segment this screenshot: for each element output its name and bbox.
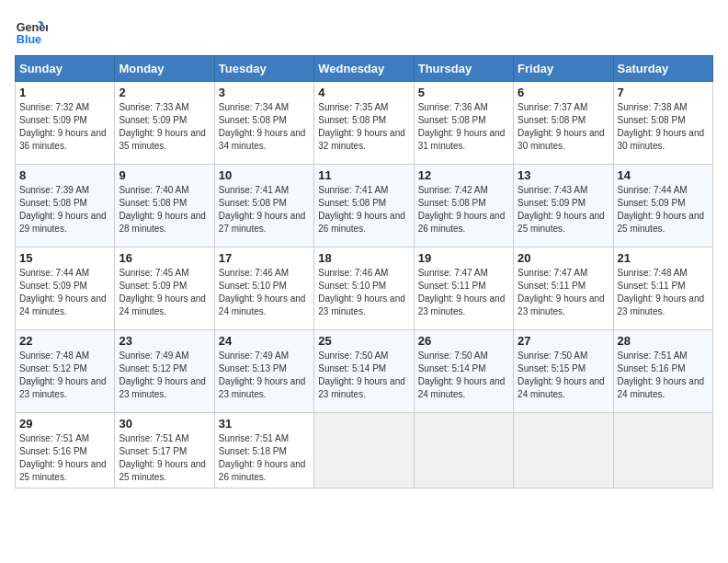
day-number: 24 [219,334,310,348]
day-number: 1 [19,86,110,99]
day-number: 23 [119,334,210,348]
calendar-cell: 1 Sunrise: 7:32 AMSunset: 5:09 PMDayligh… [16,82,115,165]
day-number: 8 [19,168,110,182]
calendar-cell: 17 Sunrise: 7:46 AMSunset: 5:10 PMDaylig… [214,247,313,330]
day-number: 17 [219,251,310,265]
day-info: Sunrise: 7:51 AMSunset: 5:18 PMDaylight:… [219,432,310,484]
day-info: Sunrise: 7:45 AMSunset: 5:09 PMDaylight:… [119,267,210,318]
day-number: 30 [119,417,210,431]
logo-icon: General Blue [15,15,48,48]
day-info: Sunrise: 7:33 AMSunset: 5:09 PMDaylight:… [119,101,210,153]
day-number: 29 [19,417,110,431]
day-number: 20 [518,251,609,265]
day-info: Sunrise: 7:46 AMSunset: 5:10 PMDaylight:… [219,267,310,318]
calendar-cell: 22 Sunrise: 7:48 AMSunset: 5:12 PMDaylig… [16,330,115,413]
day-of-week-header: Thursday [414,56,513,82]
day-info: Sunrise: 7:48 AMSunset: 5:12 PMDaylight:… [19,350,110,401]
calendar-cell: 8 Sunrise: 7:39 AMSunset: 5:08 PMDayligh… [16,165,115,247]
day-number: 21 [618,251,709,265]
day-of-week-header: Sunday [16,56,115,82]
day-number: 13 [518,168,609,182]
logo: General Blue [15,15,48,48]
day-number: 27 [518,334,609,348]
day-number: 5 [418,86,509,99]
day-number: 25 [318,334,409,348]
day-info: Sunrise: 7:36 AMSunset: 5:08 PMDaylight:… [418,101,509,153]
day-info: Sunrise: 7:39 AMSunset: 5:08 PMDaylight:… [19,184,110,236]
day-info: Sunrise: 7:48 AMSunset: 5:11 PMDaylight:… [618,267,709,318]
day-info: Sunrise: 7:50 AMSunset: 5:15 PMDaylight:… [518,350,609,401]
calendar-cell: 31 Sunrise: 7:51 AMSunset: 5:18 PMDaylig… [214,413,313,488]
day-info: Sunrise: 7:42 AMSunset: 5:08 PMDaylight:… [418,184,509,236]
day-number: 9 [119,168,210,182]
day-number: 18 [318,251,409,265]
calendar-cell: 15 Sunrise: 7:44 AMSunset: 5:09 PMDaylig… [16,247,115,330]
calendar-cell: 28 Sunrise: 7:51 AMSunset: 5:16 PMDaylig… [613,330,712,413]
calendar-cell: 11 Sunrise: 7:41 AMSunset: 5:08 PMDaylig… [314,165,414,247]
calendar-cell: 27 Sunrise: 7:50 AMSunset: 5:15 PMDaylig… [514,330,613,413]
calendar-week-row: 29 Sunrise: 7:51 AMSunset: 5:16 PMDaylig… [16,413,713,488]
calendar-cell: 21 Sunrise: 7:48 AMSunset: 5:11 PMDaylig… [613,247,712,330]
day-number: 3 [219,86,310,99]
calendar-week-row: 15 Sunrise: 7:44 AMSunset: 5:09 PMDaylig… [16,247,713,330]
day-info: Sunrise: 7:37 AMSunset: 5:08 PMDaylight:… [518,101,609,153]
day-number: 15 [19,251,110,265]
calendar-cell: 25 Sunrise: 7:50 AMSunset: 5:14 PMDaylig… [314,330,414,413]
svg-text:Blue: Blue [17,33,41,46]
calendar-cell: 6 Sunrise: 7:37 AMSunset: 5:08 PMDayligh… [514,82,613,165]
calendar-week-row: 22 Sunrise: 7:48 AMSunset: 5:12 PMDaylig… [16,330,713,413]
day-number: 28 [618,334,709,348]
calendar-week-row: 1 Sunrise: 7:32 AMSunset: 5:09 PMDayligh… [16,82,713,165]
day-info: Sunrise: 7:38 AMSunset: 5:08 PMDaylight:… [618,101,709,153]
page-header: General Blue [15,15,713,48]
day-info: Sunrise: 7:50 AMSunset: 5:14 PMDaylight:… [418,350,509,401]
day-number: 2 [119,86,210,99]
day-info: Sunrise: 7:44 AMSunset: 5:09 PMDaylight:… [19,267,110,318]
calendar-cell: 13 Sunrise: 7:43 AMSunset: 5:09 PMDaylig… [514,165,613,247]
day-number: 11 [318,168,409,182]
day-info: Sunrise: 7:51 AMSunset: 5:16 PMDaylight:… [19,432,110,484]
calendar-cell: 18 Sunrise: 7:46 AMSunset: 5:10 PMDaylig… [314,247,414,330]
day-info: Sunrise: 7:51 AMSunset: 5:17 PMDaylight:… [119,432,210,484]
day-info: Sunrise: 7:47 AMSunset: 5:11 PMDaylight:… [518,267,609,318]
day-number: 26 [418,334,509,348]
day-info: Sunrise: 7:43 AMSunset: 5:09 PMDaylight:… [518,184,609,236]
calendar-cell: 24 Sunrise: 7:49 AMSunset: 5:13 PMDaylig… [214,330,313,413]
calendar-header: SundayMondayTuesdayWednesdayThursdayFrid… [16,56,713,82]
calendar-cell: 10 Sunrise: 7:41 AMSunset: 5:08 PMDaylig… [214,165,313,247]
day-number: 31 [219,417,310,431]
day-info: Sunrise: 7:50 AMSunset: 5:14 PMDaylight:… [318,350,409,401]
calendar-cell: 3 Sunrise: 7:34 AMSunset: 5:08 PMDayligh… [214,82,313,165]
calendar-cell: 19 Sunrise: 7:47 AMSunset: 5:11 PMDaylig… [414,247,513,330]
day-info: Sunrise: 7:34 AMSunset: 5:08 PMDaylight:… [219,101,310,153]
day-of-week-header: Friday [514,56,613,82]
day-of-week-header: Tuesday [214,56,313,82]
day-info: Sunrise: 7:35 AMSunset: 5:08 PMDaylight:… [318,101,409,153]
day-of-week-header: Monday [115,56,214,82]
calendar-cell [414,413,513,488]
day-info: Sunrise: 7:51 AMSunset: 5:16 PMDaylight:… [618,350,709,401]
calendar-cell: 2 Sunrise: 7:33 AMSunset: 5:09 PMDayligh… [115,82,214,165]
day-info: Sunrise: 7:40 AMSunset: 5:08 PMDaylight:… [119,184,210,236]
calendar-cell: 5 Sunrise: 7:36 AMSunset: 5:08 PMDayligh… [414,82,513,165]
calendar-cell: 14 Sunrise: 7:44 AMSunset: 5:09 PMDaylig… [613,165,712,247]
calendar-week-row: 8 Sunrise: 7:39 AMSunset: 5:08 PMDayligh… [16,165,713,247]
calendar-cell: 4 Sunrise: 7:35 AMSunset: 5:08 PMDayligh… [314,82,414,165]
day-number: 7 [618,86,709,99]
day-info: Sunrise: 7:44 AMSunset: 5:09 PMDaylight:… [618,184,709,236]
day-number: 4 [318,86,409,99]
calendar-cell: 20 Sunrise: 7:47 AMSunset: 5:11 PMDaylig… [514,247,613,330]
calendar-cell: 9 Sunrise: 7:40 AMSunset: 5:08 PMDayligh… [115,165,214,247]
day-of-week-header: Wednesday [314,56,414,82]
day-number: 14 [618,168,709,182]
day-number: 6 [518,86,609,99]
calendar-cell: 29 Sunrise: 7:51 AMSunset: 5:16 PMDaylig… [16,413,115,488]
day-info: Sunrise: 7:41 AMSunset: 5:08 PMDaylight:… [219,184,310,236]
calendar-cell: 30 Sunrise: 7:51 AMSunset: 5:17 PMDaylig… [115,413,214,488]
day-number: 16 [119,251,210,265]
day-number: 12 [418,168,509,182]
day-number: 22 [19,334,110,348]
day-info: Sunrise: 7:32 AMSunset: 5:09 PMDaylight:… [19,101,110,153]
calendar-cell: 16 Sunrise: 7:45 AMSunset: 5:09 PMDaylig… [115,247,214,330]
day-info: Sunrise: 7:47 AMSunset: 5:11 PMDaylight:… [418,267,509,318]
